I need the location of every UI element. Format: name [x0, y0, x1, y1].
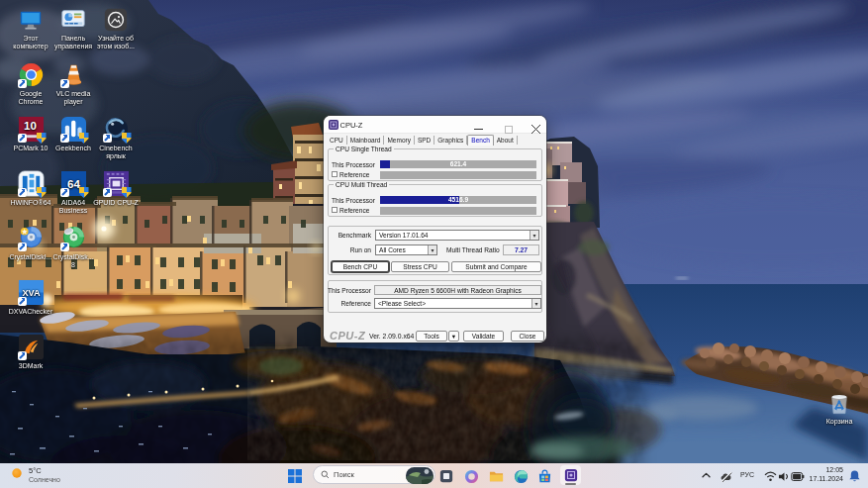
svg-text:64: 64	[67, 178, 80, 190]
svg-text:10: 10	[24, 120, 37, 132]
